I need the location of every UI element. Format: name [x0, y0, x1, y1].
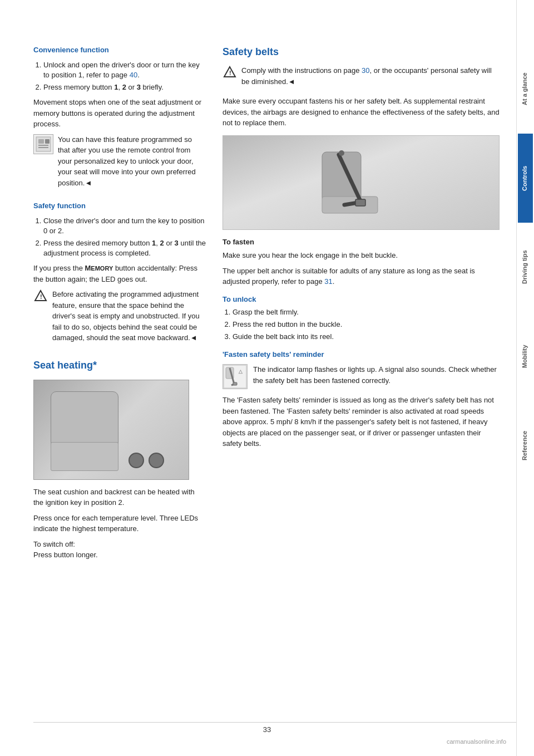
seat-heating-image [33, 380, 189, 480]
convenience-note: You can have this feature programmed so … [33, 134, 206, 193]
reminder-icon: △ [222, 364, 248, 389]
heat-button-1[interactable] [128, 453, 144, 468]
to-unlock-heading: To unlock [222, 294, 500, 305]
note-text: You can have this feature programmed so … [58, 134, 206, 189]
svg-rect-19 [233, 382, 237, 385]
convenience-step-1: Unlock and open the driver's door or tur… [43, 60, 206, 80]
warning-triangle-icon: ! [33, 289, 48, 303]
safety-belts-section: Safety belts ! Comply with the instructi… [222, 45, 500, 449]
seat-heating-section: Seat heating* The seat cushion and backr… [33, 358, 206, 561]
sidebar-item-at-a-glance[interactable]: At a glance [518, 45, 533, 134]
to-unlock-step-2: Press the red button in the buckle. [233, 320, 500, 330]
svg-rect-0 [36, 137, 51, 151]
memory-button-text: If you press the MEMORY button accidenta… [33, 263, 206, 284]
sidebar-item-controls[interactable]: Controls [518, 134, 533, 223]
movement-stop-text: Movement stops when one of the seat adju… [33, 97, 206, 130]
safety-belts-intro: Make sure every occupant fastens his or … [222, 96, 500, 129]
seat-heating-desc2: Press once for each temperature level. T… [33, 513, 206, 534]
seat-heating-desc3: To switch off:Press button longer. [33, 539, 206, 561]
to-unlock-step-3: Guide the belt back into its reel. [233, 332, 500, 342]
heat-leds [62, 446, 78, 449]
sidebar-label-at-a-glance: At a glance [521, 73, 528, 106]
left-column: Convenience function Unlock and open the… [33, 45, 206, 734]
safety-step-1: Close the driver's door and turn the key… [43, 216, 206, 236]
convenience-steps-list: Unlock and open the driver's door or tur… [33, 60, 206, 93]
safety-function-heading: Safety function [33, 200, 206, 212]
safety-belts-heading: Safety belts [222, 45, 500, 60]
to-fasten-text2: The upper belt anchor is suitable for ad… [222, 266, 500, 287]
safety-belts-warning: ! Comply with the instructions on page 3… [222, 65, 500, 91]
memory-warning: ! Before activating the programmed adjus… [33, 289, 206, 348]
reminder-block: △ The indicator lamp flashes or lights u… [222, 364, 500, 390]
page-number: 33 [263, 725, 271, 734]
sidebar: At a glance Controls Driving tips Mobili… [516, 0, 534, 756]
warning-belt-icon: ! [222, 65, 237, 80]
sidebar-item-driving-tips[interactable]: Driving tips [518, 223, 533, 312]
heat-buttons [128, 453, 164, 468]
warning-text: Before activating the programmed adjustm… [52, 289, 206, 343]
svg-text:!: ! [40, 293, 42, 300]
reminder-text1: The 'Fasten safety belts' reminder is is… [222, 395, 500, 449]
safety-steps-list: Close the driver's door and turn the key… [33, 216, 206, 259]
page-divider-line [33, 722, 516, 723]
sidebar-label-driving-tips: Driving tips [521, 251, 528, 284]
main-content: Convenience function Unlock and open the… [0, 0, 516, 756]
svg-point-14 [339, 150, 344, 156]
svg-rect-1 [38, 139, 44, 144]
watermark: carmanualsonline.info [447, 738, 506, 745]
heat-led-3 [74, 446, 78, 449]
page-link-40[interactable]: 40 [130, 71, 137, 79]
sidebar-item-mobility[interactable]: Mobility [518, 312, 533, 401]
safety-step-2: Press the desired memory button 1, 2 or … [43, 238, 206, 258]
page-link-31[interactable]: 31 [324, 277, 332, 286]
sidebar-item-reference[interactable]: Reference [518, 401, 533, 490]
page-container: Convenience function Unlock and open the… [0, 0, 534, 756]
svg-rect-2 [45, 139, 50, 144]
reminder-heading: 'Fasten safety belts' reminder [222, 349, 500, 360]
page-link-30[interactable]: 30 [362, 66, 369, 75]
svg-text:!: ! [229, 70, 231, 76]
heat-button-2[interactable] [149, 453, 164, 468]
fasten-reminder-section: 'Fasten safety belts' reminder △ [222, 349, 500, 449]
sidebar-label-reference: Reference [521, 430, 528, 460]
svg-rect-3 [38, 145, 48, 146]
to-fasten-heading: To fasten [222, 237, 500, 248]
to-unlock-section: To unlock Grasp the belt firmly. Press t… [222, 294, 500, 342]
convenience-function-heading: Convenience function [33, 45, 206, 56]
belt-image-inner [223, 136, 499, 229]
heat-led-2 [68, 446, 72, 449]
note-icon [33, 134, 53, 154]
seat-heating-desc1: The seat cushion and backrest can be hea… [33, 487, 206, 508]
right-column: Safety belts ! Comply with the instructi… [222, 45, 500, 734]
convenience-function-section: Convenience function Unlock and open the… [33, 45, 206, 193]
safety-belt-image [222, 135, 500, 230]
safety-function-section: Safety function Close the driver's door … [33, 200, 206, 348]
to-fasten-text1: Make sure you hear the lock engage in th… [222, 250, 500, 261]
to-unlock-list: Grasp the belt firmly. Press the red but… [222, 307, 500, 342]
reminder-icon-text: The indicator lamp flashes or lights up.… [253, 364, 500, 386]
belt-svg [305, 141, 417, 224]
sidebar-label-mobility: Mobility [521, 345, 528, 368]
to-unlock-step-1: Grasp the belt firmly. [233, 307, 500, 317]
heat-led-1 [62, 446, 66, 449]
convenience-step-2: Press memory button 1, 2 or 3 briefly. [43, 82, 206, 92]
safety-belts-warning-text: Comply with the instructions on page 30,… [241, 65, 500, 87]
svg-rect-13 [355, 199, 365, 206]
svg-rect-4 [38, 147, 48, 148]
seat-heating-heading: Seat heating* [33, 358, 206, 373]
svg-text:△: △ [239, 369, 243, 374]
to-fasten-section: To fasten Make sure you hear the lock en… [222, 237, 500, 287]
sidebar-label-controls: Controls [521, 165, 528, 190]
